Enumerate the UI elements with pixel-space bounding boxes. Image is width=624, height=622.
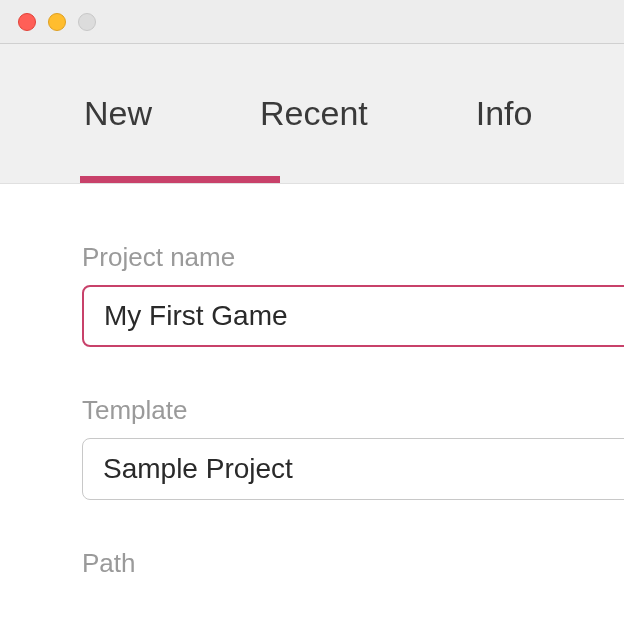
template-field-group: Template Sample Project xyxy=(82,395,624,500)
tab-bar: New Recent Info xyxy=(0,44,624,184)
active-tab-indicator xyxy=(80,176,280,183)
tab-info[interactable]: Info xyxy=(472,94,537,133)
tab-recent[interactable]: Recent xyxy=(256,94,372,133)
content-area: Project name Template Sample Project Pat… xyxy=(0,184,624,579)
maximize-icon xyxy=(78,13,96,31)
tab-new[interactable]: New xyxy=(80,94,156,133)
template-selected-value: Sample Project xyxy=(103,453,293,485)
template-label: Template xyxy=(82,395,624,426)
path-field-group: Path xyxy=(82,548,624,579)
project-name-field-group: Project name xyxy=(82,242,624,347)
project-name-input[interactable] xyxy=(82,285,624,347)
path-label: Path xyxy=(82,548,624,579)
window-titlebar xyxy=(0,0,624,44)
minimize-icon[interactable] xyxy=(48,13,66,31)
template-select[interactable]: Sample Project xyxy=(82,438,624,500)
project-name-label: Project name xyxy=(82,242,624,273)
close-icon[interactable] xyxy=(18,13,36,31)
